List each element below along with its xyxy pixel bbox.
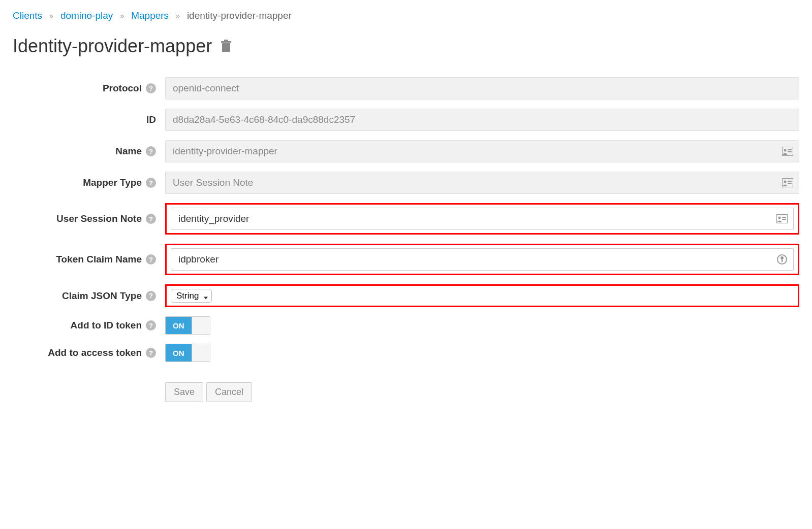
protocol-input (165, 77, 799, 100)
label-token-claim-name: Token Claim Name ? (13, 254, 165, 265)
form-row-user-session-note: User Session Note ? (13, 203, 799, 235)
label-add-to-id-token: Add to ID token ? (13, 320, 165, 331)
help-icon[interactable]: ? (146, 146, 156, 156)
label-claim-json-type: Claim JSON Type ? (13, 290, 165, 302)
user-session-note-input[interactable] (171, 208, 794, 230)
highlight-box (165, 203, 799, 235)
help-icon[interactable]: ? (146, 348, 156, 358)
form-row-name: Name ? (13, 140, 799, 162)
delete-icon[interactable] (220, 40, 232, 53)
mapper-type-input (165, 172, 799, 194)
toggle-on-label: ON (166, 317, 192, 334)
toggle-handle (192, 344, 210, 361)
add-to-id-token-toggle[interactable]: ON (165, 316, 210, 335)
svg-point-16 (781, 257, 783, 259)
form-row-id: ID (13, 109, 799, 131)
save-button[interactable]: Save (165, 382, 203, 402)
name-input[interactable] (165, 140, 799, 162)
token-claim-name-input[interactable] (171, 248, 794, 271)
help-icon[interactable]: ? (146, 214, 156, 224)
svg-rect-13 (782, 217, 786, 218)
label-add-to-access-token: Add to access token ? (13, 347, 165, 358)
form-row-claim-json-type: Claim JSON Type ? String (13, 284, 799, 307)
svg-rect-9 (788, 181, 792, 182)
breadcrumb-link-mappers[interactable]: Mappers (131, 10, 169, 21)
breadcrumb: Clients » domino-play » Mappers » identi… (13, 10, 799, 21)
svg-rect-14 (782, 219, 786, 220)
highlight-box: String (165, 284, 799, 307)
id-input (165, 109, 799, 131)
form-row-token-claim-name: Token Claim Name ? (13, 244, 799, 275)
svg-point-4 (784, 149, 787, 152)
breadcrumb-separator-icon: » (49, 12, 53, 20)
help-icon[interactable]: ? (146, 83, 156, 93)
help-icon[interactable]: ? (146, 254, 156, 264)
toggle-on-label: ON (166, 344, 192, 361)
page-title: Identity-provider-mapper (13, 36, 799, 57)
form-row-add-to-id-token: Add to ID token ? ON (13, 316, 799, 335)
label-user-session-note: User Session Note ? (13, 213, 165, 224)
add-to-access-token-toggle[interactable]: ON (165, 344, 210, 362)
label-id: ID (13, 114, 165, 125)
help-icon[interactable]: ? (146, 291, 156, 301)
form-row-mapper-type: Mapper Type ? (13, 172, 799, 194)
breadcrumb-separator-icon: » (120, 12, 124, 20)
key-icon (776, 254, 788, 265)
form-row-protocol: Protocol ? (13, 77, 799, 100)
help-icon[interactable]: ? (146, 178, 156, 188)
svg-point-12 (778, 217, 781, 219)
label-protocol: Protocol ? (13, 83, 165, 94)
svg-rect-5 (788, 149, 792, 150)
breadcrumb-current: identity-provider-mapper (187, 10, 292, 21)
cancel-button[interactable]: Cancel (206, 382, 252, 402)
breadcrumb-link-clients[interactable]: Clients (13, 10, 42, 21)
card-icon (782, 178, 793, 187)
label-name: Name ? (13, 146, 165, 157)
toggle-handle (192, 317, 210, 334)
button-row: Save Cancel (165, 382, 799, 402)
help-icon[interactable]: ? (146, 320, 156, 330)
svg-rect-0 (222, 43, 230, 52)
breadcrumb-link-client[interactable]: domino-play (60, 10, 113, 21)
highlight-box (165, 244, 799, 275)
svg-rect-10 (788, 183, 792, 184)
card-icon (782, 147, 793, 156)
claim-json-type-select[interactable]: String (171, 289, 212, 303)
svg-rect-6 (788, 151, 792, 152)
svg-rect-2 (224, 40, 228, 41)
card-icon (776, 214, 788, 223)
svg-point-8 (784, 181, 787, 183)
form-row-add-to-access-token: Add to access token ? ON (13, 344, 799, 362)
page-title-text: Identity-provider-mapper (13, 36, 212, 57)
svg-rect-1 (221, 41, 231, 43)
breadcrumb-separator-icon: » (176, 12, 180, 20)
label-mapper-type: Mapper Type ? (13, 177, 165, 188)
